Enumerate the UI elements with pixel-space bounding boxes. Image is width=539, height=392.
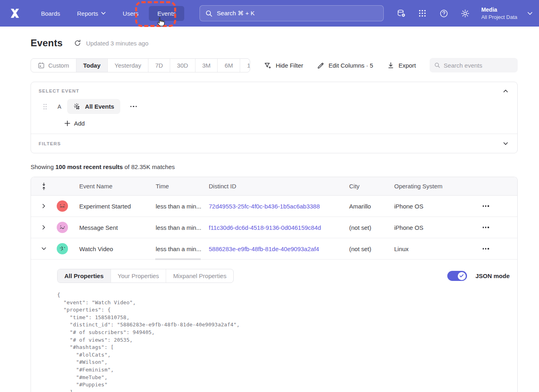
column-header-event-name[interactable]: Event Name	[79, 183, 156, 190]
date-range-6m[interactable]: 6M	[217, 59, 240, 72]
properties-tabs: All Properties Your Properties Mixpanel …	[57, 269, 234, 283]
json-mode-label: JSON mode	[475, 272, 510, 279]
chevron-up-icon	[503, 89, 508, 93]
nav-item-boards[interactable]: Boards	[35, 6, 67, 21]
calendar-icon	[38, 62, 45, 69]
help-icon	[439, 9, 448, 18]
column-header-os[interactable]: Operating System	[394, 183, 475, 190]
column-header-time[interactable]: Time	[156, 183, 209, 190]
mixpanel-logo-icon	[9, 7, 21, 20]
project-selector[interactable]: Media All Project Data	[481, 6, 517, 21]
global-search-text: Search ⌘ + K	[217, 10, 255, 17]
row-more-button[interactable]	[480, 246, 492, 252]
date-range-picker: Custom Today Yesterday 7D 30D 3M 6M 12M	[31, 58, 250, 72]
filter-icon	[264, 62, 272, 69]
date-range-today[interactable]: Today	[76, 59, 107, 72]
collapse-select-event-button[interactable]	[502, 88, 510, 94]
refresh-button[interactable]	[74, 39, 81, 47]
search-icon	[434, 62, 440, 68]
column-header-city[interactable]: City	[349, 183, 394, 190]
date-range-12m[interactable]: 12M	[240, 59, 250, 72]
drag-handle[interactable]	[43, 103, 47, 110]
row-more-button[interactable]	[480, 224, 492, 230]
search-icon	[206, 10, 212, 17]
sort-button[interactable]	[31, 182, 57, 190]
sort-icon	[41, 182, 46, 190]
toggle-knob	[458, 272, 466, 280]
select-event-label: SELECT EVENT	[39, 89, 79, 93]
expand-row-button[interactable]	[31, 223, 57, 232]
event-name-cell[interactable]: Watch Video	[79, 246, 156, 252]
export-button[interactable]: Export	[387, 62, 416, 69]
magic-cursor-icon	[73, 103, 81, 110]
event-json-code: { "event": "Watch Video", "properties": …	[57, 291, 510, 392]
nav-item-users[interactable]: Users	[116, 6, 145, 21]
tab-mixpanel-properties[interactable]: Mixpanel Properties	[166, 269, 233, 283]
top-navbar: Boards Reports Users Events Search ⌘ + K	[0, 0, 539, 27]
event-detail-panel: All Properties Your Properties Mixpanel …	[31, 260, 517, 392]
settings-button[interactable]	[457, 6, 473, 21]
event-name-cell[interactable]: Experiment Started	[79, 203, 156, 210]
gear-icon	[461, 9, 470, 18]
project-scope: All Project Data	[481, 14, 517, 21]
json-mode-toggle[interactable]	[447, 271, 467, 281]
global-search[interactable]: Search ⌘ + K	[200, 5, 384, 21]
event-avatar	[57, 200, 68, 212]
chevron-right-icon	[42, 204, 45, 208]
filters-label: FILTERS	[39, 141, 61, 146]
events-table: Event Name Time Distinct ID City Operati…	[31, 177, 518, 392]
query-builder-card: SELECT EVENT A	[31, 82, 518, 153]
table-row: Experiment Started less than a min... 72…	[31, 196, 517, 217]
distinct-id-link[interactable]: 5886283e-e9fb-48fb-81de-40e9093a2af4	[209, 246, 319, 252]
os-cell: iPhone OS	[394, 224, 475, 231]
tab-all-properties[interactable]: All Properties	[58, 269, 111, 283]
horizontal-scrollbar[interactable]	[155, 258, 201, 260]
step-letter: A	[58, 103, 61, 110]
column-header-distinct-id[interactable]: Distinct ID	[209, 183, 349, 190]
expand-filters-button[interactable]	[502, 140, 510, 147]
collapse-row-button[interactable]	[31, 245, 57, 252]
date-range-yesterday[interactable]: Yesterday	[107, 59, 148, 72]
city-cell: (not set)	[349, 246, 394, 252]
add-event-button[interactable]: Add	[64, 120, 85, 127]
search-events-input[interactable]	[444, 62, 513, 69]
page-title: Events	[31, 37, 63, 49]
date-range-7d[interactable]: 7D	[148, 59, 170, 72]
event-row-more-button[interactable]	[128, 103, 139, 109]
city-cell: Amarillo	[349, 203, 394, 210]
apps-grid-button[interactable]	[415, 6, 430, 21]
table-row: Message Sent less than a min... f11c30d6…	[31, 217, 517, 238]
plus-icon	[64, 120, 70, 126]
pencil-icon	[317, 62, 325, 69]
distinct-id-link[interactable]: 72d49553-25fc-4f0c-b436-1b5ac6ab3388	[209, 203, 320, 210]
date-range-3m[interactable]: 3M	[195, 59, 218, 72]
expand-row-button[interactable]	[31, 202, 57, 210]
chevron-down-icon[interactable]	[527, 12, 533, 15]
event-avatar	[57, 222, 68, 233]
city-cell: (not set)	[349, 224, 394, 231]
nav-item-events[interactable]: Events	[149, 6, 184, 21]
download-icon	[387, 62, 395, 69]
drag-dots-icon	[43, 103, 47, 110]
hide-filter-button[interactable]: Hide Filter	[264, 62, 303, 69]
help-button[interactable]	[436, 6, 451, 21]
event-name-cell[interactable]: Message Sent	[79, 224, 156, 231]
chevron-right-icon	[42, 225, 45, 230]
event-avatar	[57, 243, 68, 254]
data-management-button[interactable]	[393, 6, 409, 21]
row-more-button[interactable]	[480, 203, 492, 209]
date-range-custom[interactable]: Custom	[31, 59, 76, 72]
date-range-30d[interactable]: 30D	[170, 59, 195, 72]
distinct-id-link[interactable]: f11c30d6-dc6d-4518-9136-0d046159c84d	[209, 224, 321, 231]
mixpanel-logo[interactable]	[8, 7, 22, 20]
check-icon	[459, 274, 464, 278]
database-gear-icon	[397, 9, 406, 18]
time-cell: less than a min...	[156, 246, 209, 252]
grid-dots-icon	[418, 9, 427, 18]
edit-columns-button[interactable]: Edit Columns · 5	[317, 62, 373, 69]
tab-your-properties[interactable]: Your Properties	[111, 269, 166, 283]
event-chip-label: All Events	[85, 103, 114, 110]
search-events-field[interactable]	[430, 58, 518, 72]
event-selector-chip[interactable]: All Events	[67, 99, 120, 114]
nav-item-reports[interactable]: Reports	[71, 6, 113, 21]
